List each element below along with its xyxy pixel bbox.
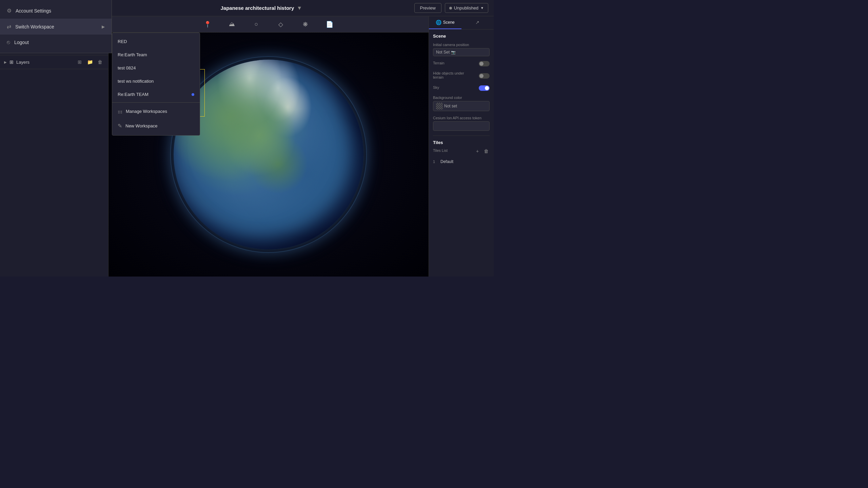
ws-action-manage[interactable]: ⚏ Manage Workspaces (112, 104, 200, 119)
switch-icon: ⇄ (7, 23, 11, 30)
manage-workspaces-label: Manage Workspaces (126, 109, 167, 114)
logout-label: Logout (14, 40, 105, 45)
ws-red-label: RED (118, 39, 127, 44)
dropdown-overlay[interactable]: ⚙ Account Settings ⇄ Switch Workspace ▶ … (0, 0, 494, 277)
manage-workspaces-icon: ⚏ (118, 108, 122, 115)
ws-divider (112, 102, 200, 103)
ws-action-new[interactable]: ✎ New Workspace (112, 119, 200, 133)
switch-workspace-label: Switch Workspace (15, 24, 98, 29)
ws-reearth-team-active-label: Re:Earth TEAM (118, 92, 149, 97)
ws-test0824-label: test 0824 (118, 65, 136, 70)
account-menu: ⚙ Account Settings ⇄ Switch Workspace ▶ … (0, 0, 112, 53)
menu-item-logout[interactable]: ⎋ Logout (0, 35, 112, 50)
ws-item-red[interactable]: RED (112, 35, 200, 48)
new-workspace-icon: ✎ (118, 123, 122, 129)
ws-test-notification-label: test ws notification (118, 79, 154, 84)
workspace-submenu: RED Re:Earth Team test 0824 test ws noti… (112, 33, 200, 136)
new-workspace-label: New Workspace (125, 123, 157, 128)
menu-item-account-settings[interactable]: ⚙ Account Settings (0, 3, 112, 19)
ws-item-test0824[interactable]: test 0824 (112, 61, 200, 75)
settings-icon: ⚙ (7, 7, 12, 14)
submenu-arrow-icon: ▶ (102, 24, 105, 29)
menu-item-switch-workspace[interactable]: ⇄ Switch Workspace ▶ (0, 19, 112, 35)
logout-icon: ⎋ (7, 39, 10, 45)
active-workspace-dot (192, 93, 194, 96)
account-settings-label: Account Settings (16, 8, 105, 14)
ws-reearth-team-label: Re:Earth Team (118, 52, 147, 57)
ws-item-test-notification[interactable]: test ws notification (112, 75, 200, 88)
ws-item-reearth-team[interactable]: Re:Earth Team (112, 48, 200, 61)
ws-item-reearth-team-active[interactable]: Re:Earth TEAM (112, 88, 200, 101)
